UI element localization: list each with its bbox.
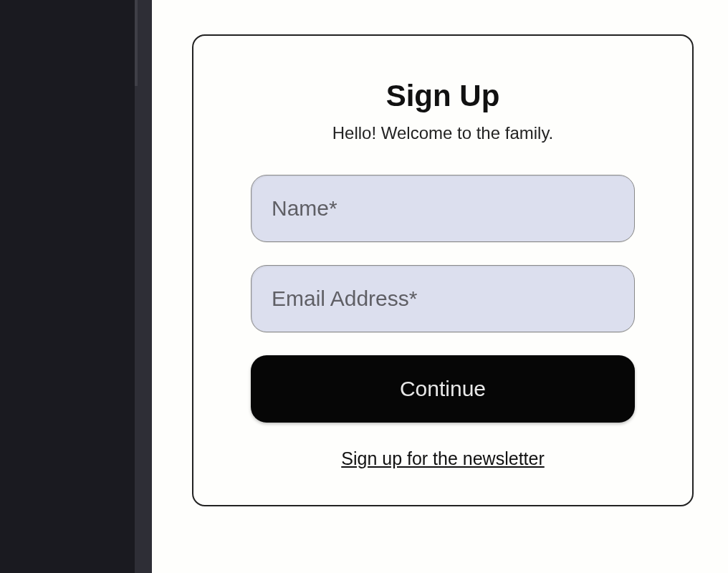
signup-subtitle: Hello! Welcome to the family. [251, 123, 635, 143]
signup-title: Sign Up [251, 79, 635, 113]
sidebar-accent [135, 0, 138, 86]
newsletter-link[interactable]: Sign up for the newsletter [341, 448, 545, 469]
sidebar-strip [135, 0, 152, 573]
dark-sidebar [0, 0, 135, 573]
continue-button[interactable]: Continue [251, 355, 635, 423]
name-input[interactable] [251, 175, 635, 242]
email-input[interactable] [251, 265, 635, 332]
signup-card: Sign Up Hello! Welcome to the family. Co… [192, 34, 694, 506]
content-area: Sign Up Hello! Welcome to the family. Co… [152, 0, 728, 573]
